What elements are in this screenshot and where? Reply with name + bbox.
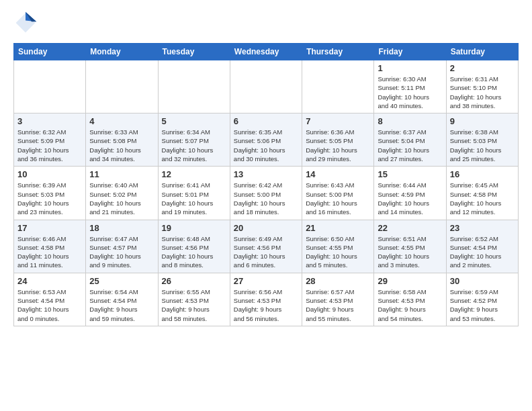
day-number: 24 bbox=[17, 276, 82, 286]
day-number: 30 bbox=[450, 276, 515, 286]
day-number: 8 bbox=[378, 116, 442, 126]
day-number: 13 bbox=[234, 169, 298, 179]
weekday-header-friday: Friday bbox=[374, 44, 446, 60]
day-info: Sunrise: 6:39 AM Sunset: 5:03 PM Dayligh… bbox=[17, 181, 82, 216]
day-info: Sunrise: 6:42 AM Sunset: 5:00 PM Dayligh… bbox=[234, 181, 298, 216]
day-info: Sunrise: 6:48 AM Sunset: 4:56 PM Dayligh… bbox=[162, 234, 226, 270]
day-info: Sunrise: 6:59 AM Sunset: 4:52 PM Dayligh… bbox=[450, 287, 515, 323]
day-number: 4 bbox=[89, 116, 154, 126]
day-info: Sunrise: 6:38 AM Sunset: 5:03 PM Dayligh… bbox=[450, 128, 515, 163]
day-number: 15 bbox=[378, 169, 442, 179]
day-cell: 24Sunrise: 6:53 AM Sunset: 4:54 PM Dayli… bbox=[14, 273, 86, 326]
day-cell: 28Sunrise: 6:57 AM Sunset: 4:53 PM Dayli… bbox=[302, 273, 374, 326]
day-number: 21 bbox=[306, 223, 370, 233]
header bbox=[13, 11, 519, 35]
day-number: 25 bbox=[89, 276, 154, 286]
day-info: Sunrise: 6:32 AM Sunset: 5:09 PM Dayligh… bbox=[17, 128, 82, 163]
day-cell: 23Sunrise: 6:52 AM Sunset: 4:54 PM Dayli… bbox=[446, 220, 518, 273]
day-cell: 16Sunrise: 6:45 AM Sunset: 4:58 PM Dayli… bbox=[446, 167, 518, 220]
day-info: Sunrise: 6:53 AM Sunset: 4:54 PM Dayligh… bbox=[17, 287, 82, 323]
day-number: 7 bbox=[306, 116, 370, 126]
day-cell bbox=[302, 60, 374, 113]
day-cell: 4Sunrise: 6:33 AM Sunset: 5:08 PM Daylig… bbox=[86, 113, 158, 167]
day-info: Sunrise: 6:49 AM Sunset: 4:56 PM Dayligh… bbox=[234, 234, 298, 270]
day-info: Sunrise: 6:36 AM Sunset: 5:05 PM Dayligh… bbox=[306, 128, 370, 163]
day-number: 9 bbox=[450, 116, 515, 126]
day-number: 18 bbox=[89, 223, 154, 233]
day-cell bbox=[86, 60, 158, 113]
week-row-5: 24Sunrise: 6:53 AM Sunset: 4:54 PM Dayli… bbox=[14, 273, 519, 326]
day-cell: 9Sunrise: 6:38 AM Sunset: 5:03 PM Daylig… bbox=[446, 113, 518, 167]
day-info: Sunrise: 6:58 AM Sunset: 4:53 PM Dayligh… bbox=[378, 287, 442, 323]
day-cell: 5Sunrise: 6:34 AM Sunset: 5:07 PM Daylig… bbox=[158, 113, 230, 167]
day-number: 14 bbox=[306, 169, 370, 179]
calendar-table: SundayMondayTuesdayWednesdayThursdayFrid… bbox=[13, 43, 519, 326]
day-info: Sunrise: 6:56 AM Sunset: 4:53 PM Dayligh… bbox=[234, 287, 298, 323]
day-info: Sunrise: 6:31 AM Sunset: 5:10 PM Dayligh… bbox=[450, 75, 515, 110]
weekday-header-thursday: Thursday bbox=[302, 44, 374, 60]
day-cell: 8Sunrise: 6:37 AM Sunset: 5:04 PM Daylig… bbox=[374, 113, 446, 167]
day-number: 28 bbox=[306, 276, 370, 286]
day-cell: 19Sunrise: 6:48 AM Sunset: 4:56 PM Dayli… bbox=[158, 220, 230, 273]
day-number: 6 bbox=[234, 116, 298, 126]
day-info: Sunrise: 6:30 AM Sunset: 5:11 PM Dayligh… bbox=[378, 75, 442, 110]
day-cell: 11Sunrise: 6:40 AM Sunset: 5:02 PM Dayli… bbox=[86, 167, 158, 220]
day-number: 1 bbox=[378, 63, 442, 73]
day-number: 27 bbox=[234, 276, 298, 286]
day-number: 5 bbox=[162, 116, 226, 126]
weekday-header-sunday: Sunday bbox=[14, 44, 86, 60]
day-info: Sunrise: 6:55 AM Sunset: 4:53 PM Dayligh… bbox=[162, 287, 226, 323]
day-number: 29 bbox=[378, 276, 442, 286]
day-info: Sunrise: 6:41 AM Sunset: 5:01 PM Dayligh… bbox=[162, 181, 226, 216]
day-info: Sunrise: 6:44 AM Sunset: 4:59 PM Dayligh… bbox=[378, 181, 442, 216]
day-number: 22 bbox=[378, 223, 442, 233]
day-cell: 22Sunrise: 6:51 AM Sunset: 4:55 PM Dayli… bbox=[374, 220, 446, 273]
day-cell: 15Sunrise: 6:44 AM Sunset: 4:59 PM Dayli… bbox=[374, 167, 446, 220]
day-info: Sunrise: 6:57 AM Sunset: 4:53 PM Dayligh… bbox=[306, 287, 370, 323]
day-info: Sunrise: 6:51 AM Sunset: 4:55 PM Dayligh… bbox=[378, 234, 442, 270]
day-info: Sunrise: 6:54 AM Sunset: 4:54 PM Dayligh… bbox=[89, 287, 154, 323]
day-number: 10 bbox=[17, 169, 82, 179]
day-cell: 18Sunrise: 6:47 AM Sunset: 4:57 PM Dayli… bbox=[86, 220, 158, 273]
weekday-header-row: SundayMondayTuesdayWednesdayThursdayFrid… bbox=[14, 44, 519, 60]
day-number: 17 bbox=[17, 223, 82, 233]
day-cell: 7Sunrise: 6:36 AM Sunset: 5:05 PM Daylig… bbox=[302, 113, 374, 167]
day-number: 2 bbox=[450, 63, 515, 73]
day-info: Sunrise: 6:33 AM Sunset: 5:08 PM Dayligh… bbox=[89, 128, 154, 163]
day-info: Sunrise: 6:47 AM Sunset: 4:57 PM Dayligh… bbox=[89, 234, 154, 270]
day-number: 23 bbox=[450, 223, 515, 233]
week-row-4: 17Sunrise: 6:46 AM Sunset: 4:58 PM Dayli… bbox=[14, 220, 519, 273]
page-container: SundayMondayTuesdayWednesdayThursdayFrid… bbox=[0, 0, 532, 333]
day-info: Sunrise: 6:35 AM Sunset: 5:06 PM Dayligh… bbox=[234, 128, 298, 163]
day-cell: 17Sunrise: 6:46 AM Sunset: 4:58 PM Dayli… bbox=[14, 220, 86, 273]
day-number: 11 bbox=[89, 169, 154, 179]
day-cell: 26Sunrise: 6:55 AM Sunset: 4:53 PM Dayli… bbox=[158, 273, 230, 326]
day-info: Sunrise: 6:34 AM Sunset: 5:07 PM Dayligh… bbox=[162, 128, 226, 163]
day-number: 16 bbox=[450, 169, 515, 179]
day-cell: 2Sunrise: 6:31 AM Sunset: 5:10 PM Daylig… bbox=[446, 60, 518, 113]
day-cell bbox=[158, 60, 230, 113]
logo bbox=[13, 11, 40, 35]
day-cell: 30Sunrise: 6:59 AM Sunset: 4:52 PM Dayli… bbox=[446, 273, 518, 326]
day-cell bbox=[14, 60, 86, 113]
day-cell: 29Sunrise: 6:58 AM Sunset: 4:53 PM Dayli… bbox=[374, 273, 446, 326]
day-info: Sunrise: 6:50 AM Sunset: 4:55 PM Dayligh… bbox=[306, 234, 370, 270]
day-info: Sunrise: 6:43 AM Sunset: 5:00 PM Dayligh… bbox=[306, 181, 370, 216]
day-number: 26 bbox=[162, 276, 226, 286]
day-cell: 27Sunrise: 6:56 AM Sunset: 4:53 PM Dayli… bbox=[230, 273, 302, 326]
day-cell: 14Sunrise: 6:43 AM Sunset: 5:00 PM Dayli… bbox=[302, 167, 374, 220]
day-cell: 21Sunrise: 6:50 AM Sunset: 4:55 PM Dayli… bbox=[302, 220, 374, 273]
day-cell: 1Sunrise: 6:30 AM Sunset: 5:11 PM Daylig… bbox=[374, 60, 446, 113]
day-cell bbox=[230, 60, 302, 113]
week-row-3: 10Sunrise: 6:39 AM Sunset: 5:03 PM Dayli… bbox=[14, 167, 519, 220]
day-cell: 3Sunrise: 6:32 AM Sunset: 5:09 PM Daylig… bbox=[14, 113, 86, 167]
day-info: Sunrise: 6:52 AM Sunset: 4:54 PM Dayligh… bbox=[450, 234, 515, 270]
day-number: 3 bbox=[17, 116, 82, 126]
day-info: Sunrise: 6:37 AM Sunset: 5:04 PM Dayligh… bbox=[378, 128, 442, 163]
day-cell: 12Sunrise: 6:41 AM Sunset: 5:01 PM Dayli… bbox=[158, 167, 230, 220]
day-info: Sunrise: 6:46 AM Sunset: 4:58 PM Dayligh… bbox=[17, 234, 82, 270]
day-number: 20 bbox=[234, 223, 298, 233]
day-cell: 25Sunrise: 6:54 AM Sunset: 4:54 PM Dayli… bbox=[86, 273, 158, 326]
day-number: 12 bbox=[162, 169, 226, 179]
week-row-2: 3Sunrise: 6:32 AM Sunset: 5:09 PM Daylig… bbox=[14, 113, 519, 167]
